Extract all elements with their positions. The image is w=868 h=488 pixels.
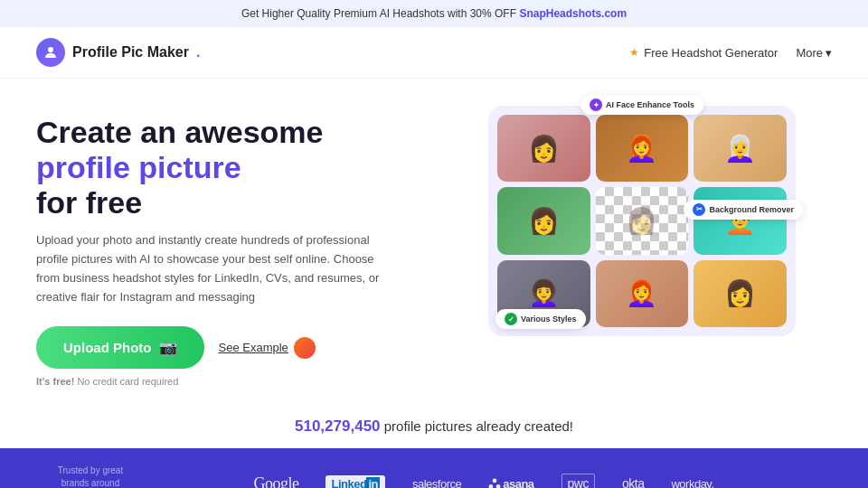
- brands-trust-text: Trusted by great brands around the world: [54, 465, 127, 488]
- stats-number: 510,279,450: [295, 418, 381, 435]
- svg-point-3: [496, 484, 501, 488]
- brand-google: Google: [253, 474, 298, 488]
- stats-bar: 510,279,450 profile pictures already cre…: [0, 405, 868, 448]
- brand-workday: workday.: [671, 477, 713, 488]
- headline-line1: Create an awesome: [36, 115, 324, 149]
- main-content: Create an awesome profile picture for fr…: [0, 79, 868, 405]
- free-note-bold: It's free!: [36, 376, 74, 387]
- photo-cell-3: 👩‍🦳: [693, 115, 787, 182]
- see-example-label: See Example: [219, 341, 288, 354]
- bg-remover-label: ✂ Background Remover: [684, 200, 803, 220]
- hero-collage: ✦ AI Face Enhance Tools 👩 👩‍🦰 👩‍🦳 👩 👩: [488, 106, 796, 341]
- free-note-text: No credit card required: [77, 376, 178, 387]
- hero-subtitle: Upload your photo and instantly create h…: [36, 231, 380, 306]
- ai-label: ✦ AI Face Enhance Tools: [580, 95, 703, 115]
- star-icon: ★: [629, 46, 639, 59]
- logo-icon: [36, 38, 65, 67]
- brand-okta: okta: [622, 476, 644, 488]
- ai-label-text: AI Face Enhance Tools: [606, 100, 694, 109]
- brand-pwc: pwc: [561, 474, 595, 488]
- brand-linkedin: Linkedin: [326, 475, 384, 488]
- example-avatar: [294, 337, 316, 359]
- various-styles-text: Various Styles: [521, 314, 577, 324]
- photo-cell-4: 👩: [497, 187, 590, 254]
- top-banner: Get Higher Quality Premium AI Headshots …: [0, 0, 868, 27]
- svg-point-0: [48, 47, 53, 52]
- see-example-link[interactable]: See Example: [219, 337, 316, 359]
- logo-text: Profile Pic Maker: [72, 44, 189, 61]
- svg-point-1: [493, 479, 497, 483]
- headline-line2: profile picture: [36, 150, 241, 184]
- hero-headline: Create an awesome profile picture for fr…: [36, 115, 452, 221]
- upload-icon: 📷: [159, 339, 177, 356]
- photo-cell-1: 👩: [497, 115, 590, 182]
- chevron-down-icon: ▾: [826, 46, 832, 60]
- photo-cell-2: 👩‍🦰: [596, 115, 689, 182]
- banner-text: Get Higher Quality Premium AI Headshots …: [241, 7, 516, 20]
- photo-cell-9: 👩: [693, 260, 787, 327]
- brand-asana: asana: [488, 477, 533, 488]
- various-styles-icon: ✓: [505, 313, 517, 325]
- nav-more-label: More: [796, 46, 823, 60]
- various-styles-label: ✓ Various Styles: [495, 309, 586, 329]
- ai-label-icon: ✦: [590, 99, 602, 111]
- nav-headshot-label: Free Headshot Generator: [644, 46, 778, 60]
- free-note: It's free! No credit card required: [36, 376, 452, 387]
- photo-cell-5: 👩: [596, 187, 689, 254]
- logo-dot: .: [196, 44, 200, 61]
- brands-logos: Google Linkedin salesforce asana pwc okt…: [154, 474, 814, 488]
- header: Profile Pic Maker. ★ Free Headshot Gener…: [0, 27, 868, 79]
- logo: Profile Pic Maker.: [36, 38, 200, 67]
- svg-point-2: [489, 484, 494, 488]
- collage-grid: ✦ AI Face Enhance Tools 👩 👩‍🦰 👩‍🦳 👩 👩: [488, 106, 796, 336]
- brands-bar: Trusted by great brands around the world…: [0, 448, 868, 488]
- bg-remover-icon: ✂: [693, 203, 705, 216]
- brand-salesforce: salesforce: [412, 477, 461, 488]
- main-nav: ★ Free Headshot Generator More ▾: [629, 46, 832, 60]
- cta-row: Upload Photo 📷 See Example: [36, 326, 452, 369]
- bg-remover-text: Background Remover: [709, 205, 794, 214]
- upload-btn-label: Upload Photo: [63, 340, 152, 355]
- photo-cell-6: 🧑‍🦱: [693, 187, 787, 254]
- upload-photo-button[interactable]: Upload Photo 📷: [36, 326, 204, 369]
- banner-link[interactable]: SnapHeadshots.com: [519, 7, 627, 20]
- nav-more-button[interactable]: More ▾: [796, 46, 832, 60]
- nav-headshot-link[interactable]: ★ Free Headshot Generator: [629, 46, 778, 60]
- headline-line3: for free: [36, 185, 142, 220]
- photo-cell-8: 👩‍🦰: [596, 260, 689, 327]
- stats-text: profile pictures already created!: [384, 418, 573, 434]
- hero-left: Create an awesome profile picture for fr…: [36, 106, 452, 387]
